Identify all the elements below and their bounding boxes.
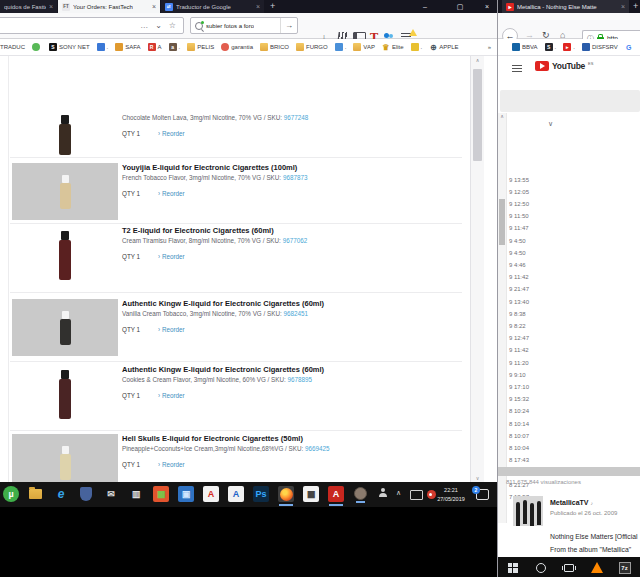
- tab-fasttech-liquids[interactable]: quidos de Fasttech ×: [0, 0, 57, 13]
- taskbar-app-icon[interactable]: [278, 486, 294, 502]
- product-title[interactable]: T2 E-liquid for Electronic Cigarettes (6…: [122, 226, 464, 236]
- scrollbar-thumb[interactable]: [499, 199, 505, 245]
- sku-link[interactable]: 9677062: [283, 237, 308, 244]
- product-title[interactable]: Authentic Kingw E-liquid for Electronic …: [122, 365, 464, 375]
- sku-link[interactable]: 9677248: [284, 114, 309, 121]
- reorder-link[interactable]: › Reorder: [158, 130, 185, 137]
- task-view-icon[interactable]: [562, 561, 575, 574]
- reorder-link[interactable]: › Reorder: [158, 326, 185, 333]
- bookmark-item[interactable]: DISFSRV: [582, 43, 618, 51]
- page-scrollbar[interactable]: ∧ ∨: [470, 56, 484, 482]
- bookmark-item[interactable]: SAFA: [115, 43, 140, 51]
- bookmark-item[interactable]: [32, 43, 42, 51]
- display-tray-icon[interactable]: [410, 490, 423, 500]
- taskbar-app-icon[interactable]: e: [53, 486, 69, 502]
- channel-name[interactable]: MetallicaTV ♪: [550, 499, 593, 506]
- page-actions-icon[interactable]: …: [140, 21, 148, 30]
- bookmark-item[interactable]: TRADUC: [0, 44, 25, 50]
- sku-link[interactable]: 9682451: [283, 310, 308, 317]
- timestamp-row[interactable]: 9 9:10: [509, 369, 529, 381]
- timestamp-row[interactable]: 9 4:50: [509, 235, 529, 247]
- product-thumbnail[interactable]: [12, 113, 118, 157]
- bookmark-item[interactable]: ▸ .: [563, 43, 575, 51]
- action-center-icon[interactable]: 2: [476, 489, 489, 500]
- new-tab-button[interactable]: +: [633, 0, 638, 13]
- timestamp-row[interactable]: 9 13:55: [509, 174, 529, 186]
- reorder-link[interactable]: › Reorder: [158, 392, 185, 399]
- product-thumbnail[interactable]: [12, 299, 118, 356]
- channel-avatar[interactable]: [513, 496, 543, 526]
- product-thumbnail[interactable]: [12, 226, 118, 284]
- taskbar-app-icon[interactable]: [29, 489, 42, 499]
- timestamp-row[interactable]: 9 4:50: [509, 247, 529, 259]
- vlc-icon[interactable]: [590, 561, 603, 574]
- taskbar-app-icon[interactable]: [354, 487, 367, 500]
- timestamp-row[interactable]: 9 17:10: [509, 381, 529, 393]
- bookmark-item[interactable]: VAP: [353, 43, 375, 51]
- timestamp-row[interactable]: 8 10:14: [509, 418, 529, 430]
- bookmark-item[interactable]: FURGO: [296, 43, 328, 51]
- bookmark-item[interactable]: ♛ Elite: [382, 43, 404, 51]
- timestamp-row[interactable]: 8 10:24: [509, 405, 529, 417]
- product-title[interactable]: Hell Skulls E-liquid for Electronic Ciga…: [122, 434, 464, 444]
- tray-chevron-up-icon[interactable]: ∧: [396, 489, 401, 497]
- tab-your-orders[interactable]: FT Your Orders: FastTech ×: [58, 0, 160, 13]
- taskbar-app-icon[interactable]: ▦: [153, 486, 169, 502]
- dropdown-chevron-icon[interactable]: ∨: [548, 120, 553, 128]
- product-title[interactable]: Authentic Kingw E-liquid for Electronic …: [122, 299, 464, 309]
- timestamp-row[interactable]: 9 4:46: [509, 259, 529, 271]
- product-thumbnail[interactable]: [12, 163, 118, 220]
- timestamp-row[interactable]: 9 12:47: [509, 332, 529, 344]
- bookmark-item[interactable]: »: [488, 44, 491, 50]
- taskbar-app-icon[interactable]: ▣: [178, 486, 194, 502]
- timestamp-row[interactable]: 9 11:42: [509, 271, 529, 283]
- product-thumbnail[interactable]: [12, 434, 118, 482]
- bookmark-item[interactable]: BBVA: [512, 43, 538, 51]
- minimize-button[interactable]: –: [415, 0, 435, 13]
- taskbar-app-icon[interactable]: A: [228, 486, 244, 502]
- timestamp-row[interactable]: 9 12:05: [509, 186, 529, 198]
- taskbar-app-icon[interactable]: A: [203, 486, 219, 502]
- timestamp-row[interactable]: 9 8:22: [509, 320, 529, 332]
- taskbar-app-icon[interactable]: [80, 487, 92, 501]
- timestamp-row[interactable]: 9 12:50: [509, 198, 529, 210]
- scrollbar-thumb[interactable]: [473, 69, 482, 161]
- taskbar-app-icon[interactable]: ▦: [303, 486, 319, 502]
- sku-link[interactable]: 9687873: [283, 174, 308, 181]
- search-go-icon[interactable]: →: [280, 18, 297, 33]
- bookmark-item[interactable]: .: [97, 43, 109, 51]
- timestamp-row[interactable]: 9 11:20: [509, 357, 529, 369]
- new-tab-button[interactable]: +: [270, 0, 275, 13]
- youtube-menu-icon[interactable]: [512, 65, 522, 73]
- close-button[interactable]: ×: [478, 0, 496, 13]
- sku-link[interactable]: 9669425: [305, 445, 330, 452]
- reorder-link[interactable]: › Reorder: [158, 190, 185, 197]
- timestamp-row[interactable]: 9 21:47: [509, 283, 529, 295]
- bookmark-item[interactable]: PELIS: [187, 43, 214, 51]
- tab-close-icon[interactable]: ×: [49, 0, 53, 13]
- product-thumbnail[interactable]: [12, 365, 118, 423]
- sku-link[interactable]: 9678895: [288, 376, 313, 383]
- tab-close-icon[interactable]: ×: [621, 0, 625, 13]
- timestamp-row[interactable]: 8 10:04: [509, 442, 529, 454]
- taskbar-app-icon[interactable]: ▥: [128, 486, 144, 502]
- reorder-link[interactable]: › Reorder: [158, 461, 185, 468]
- taskbar-app-icon[interactable]: ✉: [103, 486, 119, 502]
- people-tray-icon[interactable]: [377, 488, 389, 500]
- bookmark-item[interactable]: G: [625, 43, 635, 51]
- timestamp-row[interactable]: 9 11:50: [509, 210, 529, 222]
- timestamp-row[interactable]: 9 11:42: [509, 344, 529, 356]
- taskbar-app-icon[interactable]: Ps: [253, 486, 269, 502]
- search-input[interactable]: subier fotos a foro: [206, 23, 254, 29]
- search-bar[interactable]: subier fotos a foro →: [190, 17, 298, 34]
- address-bar[interactable]: … ⌄ ☆: [0, 17, 184, 34]
- bookmark-item[interactable]: a .: [169, 43, 181, 51]
- scroll-down-icon[interactable]: ∨: [471, 475, 484, 481]
- timestamp-row[interactable]: 8 10:07: [509, 430, 529, 442]
- bookmark-item[interactable]: ⊕ APPLE: [429, 43, 458, 51]
- maximize-button[interactable]: ▢: [450, 0, 470, 13]
- youtube-logo[interactable]: YouTube ES: [535, 61, 593, 71]
- bookmark-item[interactable]: .: [411, 43, 423, 51]
- timestamp-row[interactable]: 9 15:32: [509, 393, 529, 405]
- tab-google-translate[interactable]: ⇄ Traductor de Google ×: [161, 0, 264, 13]
